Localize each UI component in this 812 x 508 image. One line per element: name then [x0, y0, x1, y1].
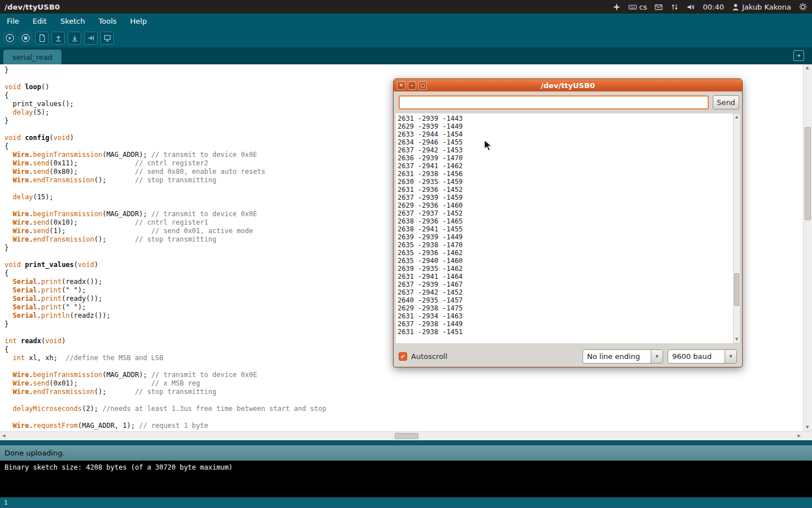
serial-line: 2637 -2939 -1467 — [398, 281, 733, 288]
serial-line: 2638 -2941 -1455 — [398, 225, 733, 233]
chevron-down-icon[interactable]: ▾ — [725, 350, 736, 363]
verify-button[interactable] — [3, 32, 16, 45]
serial-line: 2631 -2936 -1452 — [398, 186, 733, 194]
serial-line: 2637 -2938 -1449 — [398, 320, 733, 328]
line-number-indicator: 1 — [4, 499, 8, 506]
keyboard-layout-label: cs — [639, 3, 647, 11]
serial-line: 2629 -2938 -1475 — [398, 304, 733, 312]
maximize-button[interactable]: □ — [418, 81, 427, 90]
minimize-button[interactable]: – — [408, 81, 416, 90]
menu-item-tools[interactable]: Tools — [92, 14, 123, 29]
stop-button[interactable] — [19, 32, 32, 45]
menu-item-edit[interactable]: Edit — [26, 14, 54, 29]
serial-monitor-window: ✕ – □ /dev/ttyUSB0 Send 2631 -2939 -1443… — [393, 78, 743, 367]
scroll-right-arrow-icon[interactable]: ▶ — [798, 434, 801, 438]
tab-menu-button[interactable] — [793, 50, 804, 61]
serial-line: 2634 -2946 -1455 — [398, 138, 733, 146]
serial-output-scrollbar[interactable]: ▲ ▼ — [733, 113, 740, 343]
console-output: Binary sketch size: 4208 bytes (of a 307… — [0, 461, 812, 497]
monitor-icon — [103, 34, 112, 42]
editor-horizontal-scrollbar[interactable]: ◀ ▶ — [0, 431, 812, 440]
serial-line: 2636 -2939 -1470 — [398, 154, 733, 162]
clock[interactable]: 00:40 — [703, 3, 723, 11]
code-line: Wire.beginTransmission(MAG_ADDR); // tra… — [5, 371, 803, 379]
vertical-scrollbar-thumb[interactable] — [805, 127, 811, 220]
arrow-right-icon — [87, 34, 95, 42]
serial-line: 2630 -2935 -1459 — [398, 178, 733, 186]
close-button[interactable]: ✕ — [397, 81, 405, 90]
serial-line: 2631 -2934 -1463 — [398, 312, 733, 320]
active-window-title: /dev/ttyUSB0 — [5, 3, 60, 11]
code-line: Wire.requestFrom(MAG_ADDR, 1); // reques… — [5, 422, 803, 430]
maximize-icon: □ — [420, 82, 425, 88]
send-button[interactable]: Send — [713, 95, 739, 110]
serial-line: 2631 -2938 -1451 — [398, 328, 733, 336]
serial-line: 2637 -2942 -1452 — [398, 288, 733, 296]
serial-monitor-titlebar[interactable]: ✕ – □ /dev/ttyUSB0 — [394, 79, 742, 91]
serial-monitor-title: /dev/ttyUSB0 — [394, 81, 742, 90]
tab-menu-arrow-icon — [795, 52, 802, 59]
serial-line: 2637 -2939 -1459 — [398, 194, 733, 202]
menu-item-sketch[interactable]: Sketch — [54, 14, 92, 29]
serial-line: 2631 -2939 -1443 — [398, 115, 733, 122]
serial-line: 2635 -2940 -1460 — [398, 257, 733, 265]
new-sketch-button[interactable] — [35, 32, 48, 45]
scroll-left-arrow-icon[interactable]: ◀ — [2, 434, 5, 438]
keyboard-layout-indicator[interactable]: cs — [628, 3, 647, 11]
gear-icon[interactable] — [798, 2, 807, 11]
menu-item-help[interactable]: Help — [123, 14, 154, 29]
serial-line: 2633 -2944 -1454 — [398, 130, 733, 138]
tab-serial-read[interactable]: serial_read — [3, 50, 61, 64]
tab-strip: serial_read — [0, 47, 812, 64]
volume-icon[interactable] — [686, 3, 695, 11]
keyboard-icon — [628, 3, 637, 11]
code-line: Wire.endTransmission(); // stop transmit… — [5, 388, 803, 396]
code-line: Wire.send(0x01); // x MSB reg — [5, 379, 803, 388]
serial-line: 2629 -2939 -1449 — [398, 122, 733, 130]
system-bar: /dev/ttyUSB0 cs 00:40 Jakub Kakona — [0, 0, 812, 14]
console-message: Binary sketch size: 4208 bytes (of a 307… — [5, 463, 233, 471]
editor-vertical-scrollbar[interactable]: ▲ ▼ — [803, 64, 812, 431]
tab-label: serial_read — [12, 53, 52, 62]
scroll-down-arrow-icon[interactable]: ▼ — [734, 338, 740, 341]
menu-bar: FileEditSketchToolsHelp — [0, 14, 812, 29]
serial-monitor-button[interactable] — [100, 32, 114, 45]
mail-icon[interactable] — [654, 3, 663, 11]
scroll-down-arrow-icon[interactable]: ▼ — [806, 426, 809, 430]
system-tray: cs 00:40 Jakub Kakona — [612, 2, 807, 11]
close-icon: ✕ — [399, 82, 404, 88]
status-message: Done uploading. — [5, 449, 65, 457]
serial-line: 2635 -2936 -1462 — [398, 249, 733, 257]
serial-output: 2631 -2939 -14432629 -2939 -14492633 -29… — [396, 113, 733, 343]
code-line: } — [5, 66, 803, 75]
serial-line: 2639 -2939 -1449 — [398, 233, 733, 241]
code-line — [5, 413, 803, 422]
serial-line: 2637 -2941 -1462 — [398, 162, 733, 170]
serial-send-input[interactable] — [399, 95, 709, 110]
arrow-down-icon — [70, 34, 79, 42]
window-controls: ✕ – □ — [394, 81, 427, 90]
scroll-up-arrow-icon[interactable]: ▲ — [806, 66, 809, 70]
autoscroll-checkbox[interactable]: ✔ — [399, 352, 407, 361]
serial-line: 2638 -2936 -1465 — [398, 217, 733, 225]
user-name-label: Jakub Kakona — [742, 3, 791, 11]
line-ending-select[interactable]: No line ending ▾ — [582, 349, 663, 364]
upload-button[interactable] — [84, 32, 98, 45]
indicator-star-icon[interactable] — [612, 3, 621, 11]
baud-rate-select[interactable]: 9600 baud ▾ — [668, 349, 737, 364]
autoscroll-label: Autoscroll — [411, 352, 447, 361]
horizontal-scrollbar-thumb[interactable] — [395, 433, 418, 439]
new-document-icon — [38, 34, 46, 42]
checkmark-icon: ✔ — [400, 353, 405, 360]
scroll-up-arrow-icon[interactable]: ▲ — [734, 115, 740, 119]
serial-monitor-controls: ✔ Autoscroll No line ending ▾ 9600 baud … — [394, 348, 742, 364]
save-button[interactable] — [68, 32, 81, 45]
network-sync-icon[interactable] — [670, 3, 679, 11]
serial-line: 2631 -2938 -1456 — [398, 170, 733, 178]
chevron-down-icon[interactable]: ▾ — [651, 350, 663, 363]
serial-scrollbar-thumb[interactable] — [734, 273, 739, 306]
menu-item-file[interactable]: File — [0, 14, 26, 29]
footer-bar: 1 — [0, 497, 812, 508]
open-button[interactable] — [51, 32, 65, 45]
user-menu[interactable]: Jakub Kakona — [731, 3, 791, 11]
